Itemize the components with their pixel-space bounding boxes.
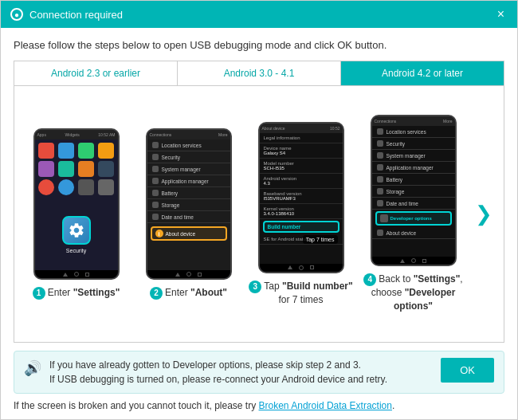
step-1: Apps Widgets 10:52 AM [22, 128, 130, 300]
step-4: Connections More Location services Secur… [359, 115, 467, 313]
title-bar: ● Connection required × [1, 1, 517, 28]
broken-android-link[interactable]: Broken Android Data Extraction [259, 400, 392, 411]
step-3-caption: 3Tap "Build number" for 7 times [247, 280, 355, 307]
phone-screen-4: Location services Security System manage… [372, 126, 455, 257]
phone-screen-3: Legal information Device name Galaxy S4 … [260, 133, 343, 264]
step-4-caption: 4Back to "Settings", choose "Developer o… [359, 273, 467, 313]
phone-top-bar-1: Apps Widgets 10:52 AM [35, 130, 118, 139]
step-1-caption: 1Enter "Settings" [33, 286, 120, 300]
step-3: About device 10:52 Legal information Dev… [247, 122, 355, 307]
title-bar-left: ● Connection required [10, 8, 123, 21]
steps-container: Apps Widgets 10:52 AM [14, 85, 504, 343]
bottom-link-row: If the screen is broken and you cannot t… [14, 400, 504, 411]
step-2: Connections More Location services Secur… [135, 128, 242, 300]
phone-mockup-2: Connections More Location services Secur… [146, 128, 232, 280]
window-title: Connection required [29, 9, 123, 21]
tabs-row: Android 2.3 or earlier Android 3.0 - 4.1… [14, 61, 504, 85]
info-text: If you have already gotten to Developer … [49, 358, 433, 387]
developer-options-highlight: Developer options [375, 211, 452, 226]
close-button[interactable]: × [494, 8, 508, 21]
phone-top-bar-3: About device 10:52 [260, 124, 343, 133]
info-section: 🔊 If you have already gotten to Develope… [14, 351, 504, 394]
about-device-highlight: i About device [151, 226, 227, 241]
tab-android42[interactable]: Android 4.2 or later [341, 61, 504, 85]
tap-7-badge: Tap 7 times [303, 235, 338, 244]
phone-top-bar-2: Connections More [147, 130, 230, 139]
main-window: ● Connection required × Please follow th… [0, 0, 518, 420]
phone-screen-1: Security [35, 139, 118, 270]
next-arrow[interactable]: ❯ [472, 202, 496, 226]
connection-icon: ● [10, 8, 23, 21]
speaker-icon: 🔊 [24, 359, 41, 377]
instruction-text: Please follow the steps below to open US… [14, 39, 504, 51]
phone-mockup-3: About device 10:52 Legal information Dev… [258, 122, 344, 273]
phone-mockup-1: Apps Widgets 10:52 AM [33, 128, 120, 280]
phone-screen-2: Location services Security System manage… [147, 139, 230, 270]
phone-mockup-4: Connections More Location services Secur… [371, 115, 457, 266]
tab-android30[interactable]: Android 3.0 - 4.1 [178, 61, 341, 85]
step-2-caption: 2Enter "About" [150, 286, 227, 300]
settings-icon [62, 216, 91, 245]
settings-label: Security [66, 248, 86, 253]
tab-android23[interactable]: Android 2.3 or earlier [14, 61, 178, 85]
ok-button[interactable]: OK [441, 358, 494, 383]
build-number-highlight: Build number [263, 221, 339, 233]
main-content: Please follow the steps below to open US… [1, 28, 517, 419]
phone-top-bar-4: Connections More [372, 116, 455, 126]
